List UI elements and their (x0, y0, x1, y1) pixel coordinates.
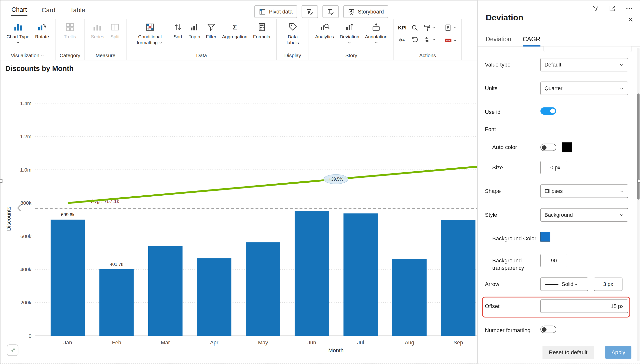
cond-format-icon (145, 22, 155, 32)
cagr-trend-line[interactable] (68, 167, 477, 203)
reset-to-default-button[interactable]: Reset to default (542, 346, 594, 359)
highlight-a-button[interactable]: A (398, 36, 406, 44)
panel-scrollbar-thumb[interactable] (637, 94, 640, 200)
x-tick-label: Jul (357, 340, 364, 346)
panel-tab-cagr[interactable]: CAGR (523, 34, 540, 46)
ribbon-button-filter[interactable]: Filter (204, 21, 218, 40)
bar-apr[interactable] (197, 258, 232, 336)
trellis-icon (65, 22, 75, 32)
magnifier-button[interactable] (411, 24, 419, 32)
carousel-prev-icon[interactable]: ‹ (17, 200, 22, 214)
chevron-down-icon (619, 212, 624, 217)
ribbon-button-analytics[interactable]: Analytics (313, 21, 336, 40)
size-input[interactable]: 10 px (540, 161, 567, 174)
clipped-control[interactable] (544, 47, 632, 52)
panel-tab-deviation[interactable]: Deviation (486, 34, 511, 46)
pdf-button[interactable]: PDF (444, 36, 457, 44)
ribbon-button-top-n[interactable]: Top n (186, 21, 202, 40)
menubar: ChartCardTable Pivot dataStoryboard (0, 0, 477, 19)
grid-pencil-button[interactable] (322, 6, 339, 18)
bar-aug[interactable] (392, 259, 427, 336)
chevron-down-icon (432, 38, 436, 42)
ribbon-button-sort[interactable]: Sort (170, 21, 185, 40)
chevron-down-icon (159, 41, 163, 45)
background-transparency-input[interactable]: 90 (540, 254, 567, 267)
link-badge-icon[interactable] (7, 344, 18, 356)
selection-handle-left[interactable] (0, 179, 2, 183)
panel-row-auto-color: Auto color (478, 140, 638, 161)
panel-label-value-type: Value type (485, 58, 540, 68)
x-tick-label: Sep (454, 340, 463, 346)
ribbon-button-aggregation[interactable]: ΣAggregation (220, 21, 250, 40)
ribbon-button-annotation[interactable]: Annotation (363, 21, 389, 45)
ribbon-group-label-visualization[interactable]: Visualization (11, 51, 45, 60)
arrow-size-input[interactable]: 3 px (594, 278, 622, 291)
menu-tab-card[interactable]: Card (41, 4, 56, 16)
apply-button[interactable]: Apply (606, 346, 632, 359)
chevron-down-icon (40, 54, 45, 58)
close-button[interactable] (627, 16, 634, 23)
y-axis-title: Discounts (6, 207, 12, 231)
ribbon-toolbar: Chart TypeRotateVisualizationTrellisCate… (0, 19, 477, 60)
auto-color-toggle[interactable] (540, 144, 556, 151)
storyboard-button[interactable]: Storyboard (343, 6, 388, 18)
ribbon-button-rotate[interactable]: Rotate (33, 21, 51, 40)
bar-sep[interactable] (441, 220, 476, 336)
panel-label-units: Units (485, 82, 540, 92)
popout-button[interactable] (608, 4, 616, 12)
bar-may[interactable] (246, 242, 280, 336)
auto-color-swatch[interactable] (562, 142, 572, 152)
panel-row-background-transparency: Background transparency90 (478, 254, 638, 277)
bar-jan[interactable] (50, 220, 85, 336)
report-button[interactable] (444, 24, 457, 32)
pivot-data-button[interactable]: Pivot data (254, 6, 297, 18)
undo-icon (411, 36, 419, 44)
data-labels-icon (288, 22, 298, 32)
menu-tab-chart[interactable]: Chart (11, 4, 27, 16)
menu-tab-table[interactable]: Table (70, 4, 86, 16)
funnel-pencil-icon (306, 8, 314, 15)
ribbon-button-deviation[interactable]: Deviation (338, 21, 361, 45)
svg-text:A: A (402, 38, 405, 42)
shape-dropdown[interactable]: Ellipses (540, 184, 628, 198)
bar-feb[interactable] (100, 269, 134, 336)
ribbon-button-label: Top n (189, 34, 200, 40)
ribbon-button-conditional-formatting[interactable]: Conditional formatting (130, 21, 169, 46)
gear-button[interactable] (423, 36, 436, 44)
bar-mar[interactable] (148, 246, 183, 336)
dots-button[interactable] (625, 4, 633, 12)
properties-panel: Deviation DeviationCAGR Value typeDefaul… (477, 0, 640, 364)
bar-jul[interactable] (344, 213, 378, 336)
app-window: 0200k400k600k800k1.0m1.2m1.4mJan699.6kFe… (0, 0, 640, 364)
brush-button[interactable] (423, 24, 436, 32)
x-tick-label: May (258, 340, 268, 346)
ribbon-group-category: TrellisCategory (56, 19, 85, 60)
storyboard-icon (348, 8, 355, 15)
undo-button[interactable] (411, 36, 419, 44)
arrow-style-dropdown[interactable]: Solid (540, 278, 588, 291)
funnel-pencil-button[interactable] (302, 6, 318, 18)
bar-jun[interactable] (294, 211, 329, 336)
panel-row-style: StyleBackground (478, 208, 638, 232)
funnel-button[interactable] (592, 4, 600, 12)
units-dropdown[interactable]: Quarter (540, 82, 628, 95)
annotation-icon (371, 22, 382, 32)
selection-handle-right[interactable] (638, 179, 640, 183)
panel-label-background-color: Background Color (485, 232, 540, 242)
style-dropdown[interactable]: Background (540, 208, 628, 222)
ribbon-button-chart-type[interactable]: Chart Type (4, 21, 32, 45)
value-type-dropdown[interactable]: Default (540, 58, 628, 72)
ribbon-button-formula[interactable]: Formula (251, 21, 272, 40)
kpi-button[interactable]: KPI (398, 25, 406, 30)
ribbon-button-data-labels[interactable]: Data labels (281, 21, 304, 46)
topn-icon (189, 22, 200, 32)
panel-label-use-id: Use id (485, 105, 540, 116)
cagr-label: +39.5% (328, 177, 343, 182)
gear-icon (423, 36, 431, 44)
chart-type-icon (13, 22, 23, 32)
offset-input[interactable]: 15 px (540, 300, 628, 313)
chevron-down-icon (574, 282, 578, 287)
number-formatting-toggle[interactable] (540, 326, 556, 333)
background-color-swatch[interactable] (540, 232, 550, 242)
use-id-toggle[interactable] (540, 107, 556, 114)
